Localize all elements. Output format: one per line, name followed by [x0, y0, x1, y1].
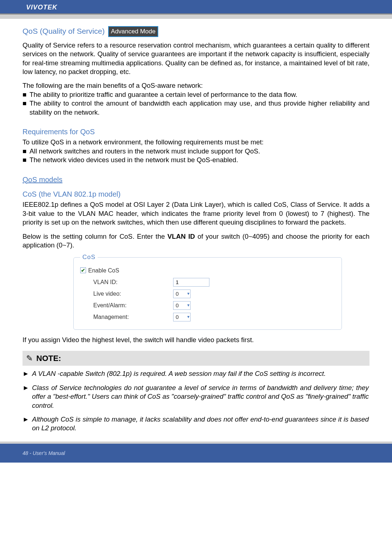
req-bullet-2-text: The network video devices used in the ne…	[29, 156, 369, 164]
management-label: Management:	[93, 313, 173, 321]
vlan-id-row: VLAN ID:	[80, 278, 335, 287]
enable-cos-row: ✔ Enable CoS	[80, 267, 335, 274]
note-1-text: A VLAN -capable Switch (802.1p) is requi…	[32, 369, 369, 378]
note-item-1: ► A VLAN -capable Switch (802.1p) is req…	[23, 369, 369, 378]
vlan-id-input[interactable]	[173, 278, 209, 287]
vlan-id-label: VLAN ID:	[93, 278, 173, 286]
event-alarm-label: Event/Alarm:	[93, 301, 173, 309]
event-alarm-row: Event/Alarm: 0 ▾	[80, 301, 335, 310]
qos-bullet-2: ■ The ability to control the amount of b…	[23, 99, 369, 117]
cos-para2-a: Below is the setting column for CoS. Ent…	[23, 233, 167, 240]
note-label: NOTE:	[36, 353, 61, 364]
enable-cos-label: Enable CoS	[88, 267, 119, 274]
chevron-down-icon: ▾	[187, 291, 189, 297]
qos-bullet-1: ■ The ability to prioritize traffic and …	[23, 90, 369, 99]
req-bullet-1-text: All network switches and routers in the …	[29, 147, 369, 156]
qos-bullet-2-text: The ability to control the amount of ban…	[29, 99, 369, 117]
square-bullet-icon: ■	[23, 90, 29, 99]
cos-fieldset: CoS ✔ Enable CoS VLAN ID: Live video: 0 …	[73, 253, 342, 330]
qos-intro: Quality of Service refers to a resource …	[23, 41, 369, 77]
page-content: QoS (Quality of Service) Advanced Mode Q…	[0, 19, 392, 442]
req-bullet-1: ■ All network switches and routers in th…	[23, 147, 369, 156]
qos-title: QoS (Quality of Service)	[23, 26, 105, 36]
square-bullet-icon: ■	[23, 147, 29, 156]
enable-cos-checkbox[interactable]: ✔	[80, 267, 86, 273]
brand-text: VIVOTEK	[26, 4, 57, 11]
event-alarm-select[interactable]: 0 ▾	[173, 301, 191, 310]
advanced-mode-badge: Advanced Mode	[108, 26, 159, 37]
triangle-bullet-icon: ►	[23, 369, 32, 378]
triangle-bullet-icon: ►	[23, 415, 32, 433]
requirements-intro: To utilize QoS in a network environment,…	[23, 138, 369, 147]
cos-after-text: If you assign Video the highest level, t…	[23, 336, 369, 344]
live-video-label: Live video:	[93, 290, 173, 297]
management-select[interactable]: 0 ▾	[173, 313, 191, 321]
note-item-2: ► Class of Service technologies do not g…	[23, 383, 369, 410]
note-header: ✎ NOTE:	[23, 351, 369, 366]
square-bullet-icon: ■	[23, 99, 29, 117]
cos-legend: CoS	[80, 253, 98, 261]
req-bullet-2: ■ The network video devices used in the …	[23, 156, 369, 164]
cos-para2-bold: VLAN ID	[167, 233, 195, 240]
cos-para2: Below is the setting column for CoS. Ent…	[23, 232, 369, 250]
qos-bullet-1-text: The ability to prioritize traffic and gu…	[29, 90, 369, 99]
cos-form: CoS ✔ Enable CoS VLAN ID: Live video: 0 …	[73, 253, 342, 330]
cos-section: CoS (the VLAN 802.1p model) IEEE802.1p d…	[23, 189, 369, 344]
header-separator	[0, 15, 392, 19]
header-bar: VIVOTEK	[0, 0, 392, 15]
event-alarm-value: 0	[176, 302, 179, 309]
footer-page: 48 - User's Manual	[23, 450, 65, 456]
chevron-down-icon: ▾	[187, 314, 189, 320]
management-value: 0	[176, 313, 179, 321]
note-item-3: ► Although CoS is simple to manage, it l…	[23, 415, 369, 433]
qos-models-title: QoS models	[23, 175, 369, 184]
note-2-text: Class of Service technologies do not gua…	[32, 383, 369, 410]
footer-bar: 48 - User's Manual	[0, 444, 392, 463]
requirements-section: Requirements for QoS To utilize QoS in a…	[23, 127, 369, 165]
live-video-select[interactable]: 0 ▾	[173, 290, 191, 298]
qos-section: QoS (Quality of Service) Advanced Mode Q…	[23, 26, 369, 117]
triangle-bullet-icon: ►	[23, 383, 32, 410]
square-bullet-icon: ■	[23, 156, 29, 164]
chevron-down-icon: ▾	[187, 303, 189, 308]
live-video-row: Live video: 0 ▾	[80, 290, 335, 298]
pencil-icon: ✎	[26, 353, 33, 364]
cos-para1: IEEE802.1p defines a QoS model at OSI La…	[23, 200, 369, 227]
note-3-text: Although CoS is simple to manage, it lac…	[32, 415, 369, 433]
qos-benefits-intro: The following are the main benefits of a…	[23, 81, 369, 90]
live-video-value: 0	[176, 290, 179, 297]
cos-title: CoS (the VLAN 802.1p model)	[23, 189, 369, 199]
requirements-title: Requirements for QoS	[23, 127, 369, 136]
management-row: Management: 0 ▾	[80, 313, 335, 321]
